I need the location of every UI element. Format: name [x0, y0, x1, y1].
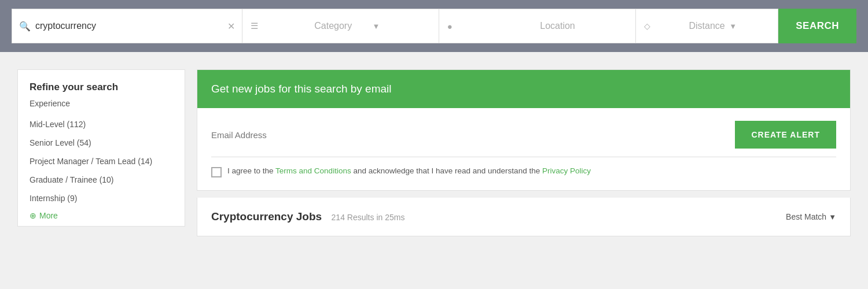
distance-placeholder: Distance: [689, 21, 730, 31]
search-button[interactable]: SEARCH: [778, 9, 856, 43]
search-bar: 🔍 ✕ ☰ Category ▼ ● Location ◇ Distance ▼…: [0, 0, 868, 52]
category-chevron-icon: ▼: [373, 22, 431, 31]
sort-chevron-icon: ▼: [829, 213, 836, 221]
sidebar: Refine your search Experience Mid-Level …: [17, 69, 185, 227]
terms-row: I agree to the Terms and Conditions and …: [211, 166, 836, 177]
plus-circle-icon: ⊕: [30, 211, 36, 220]
main-content: Refine your search Experience Mid-Level …: [0, 52, 868, 236]
email-row: CREATE ALERT: [211, 121, 836, 157]
keyword-search-field[interactable]: 🔍 ✕: [12, 9, 242, 43]
sidebar-item-seniorlevel[interactable]: Senior Level (54): [30, 134, 173, 152]
alert-card: Get new jobs for this search by email CR…: [197, 69, 851, 191]
jobs-title: Cryptocurrency Jobs: [211, 210, 322, 223]
jobs-meta: 214 Results in 25ms: [332, 213, 405, 222]
privacy-policy-link[interactable]: Privacy Policy: [542, 166, 591, 175]
location-field[interactable]: ● Location: [439, 9, 636, 43]
clear-icon[interactable]: ✕: [227, 21, 235, 32]
terms-conditions-link[interactable]: Terms and Conditions: [275, 166, 351, 175]
sidebar-more-label: More: [39, 211, 58, 220]
distance-chevron-icon: ▼: [729, 22, 770, 31]
category-placeholder: Category: [314, 21, 372, 31]
search-icon: 🔍: [19, 21, 31, 32]
distance-icon: ◇: [644, 21, 685, 31]
sidebar-item-graduate[interactable]: Graduate / Trainee (10): [30, 171, 173, 189]
location-icon: ●: [447, 21, 534, 31]
terms-text: I agree to the Terms and Conditions and …: [227, 166, 591, 175]
jobs-title-area: Cryptocurrency Jobs 214 Results in 25ms: [211, 210, 404, 223]
create-alert-button[interactable]: CREATE ALERT: [735, 121, 836, 149]
alert-card-body: CREATE ALERT I agree to the Terms and Co…: [197, 108, 850, 190]
sidebar-item-projectmanager[interactable]: Project Manager / Team Lead (14): [30, 152, 173, 171]
sidebar-more-button[interactable]: ⊕ More: [30, 211, 173, 220]
location-placeholder: Location: [540, 21, 627, 31]
terms-checkbox[interactable]: [211, 167, 222, 177]
sort-select[interactable]: Best Match ▼: [786, 212, 836, 221]
alert-card-header: Get new jobs for this search by email: [197, 70, 850, 108]
alert-header-text: Get new jobs for this search by email: [211, 83, 392, 95]
right-panel: Get new jobs for this search by email CR…: [197, 69, 851, 236]
category-icon: ☰: [251, 21, 308, 31]
sidebar-item-internship[interactable]: Internship (9): [30, 189, 173, 208]
sidebar-title: Refine your search: [30, 81, 173, 93]
email-input[interactable]: [211, 130, 726, 140]
category-field[interactable]: ☰ Category ▼: [242, 9, 439, 43]
sidebar-item-midlevel[interactable]: Mid-Level (112): [30, 115, 173, 134]
experience-label: Experience: [30, 99, 173, 108]
keyword-input[interactable]: [35, 21, 224, 31]
jobs-results-header: Cryptocurrency Jobs 214 Results in 25ms …: [197, 198, 851, 236]
distance-field[interactable]: ◇ Distance ▼: [636, 9, 779, 43]
sort-label: Best Match: [786, 212, 826, 221]
